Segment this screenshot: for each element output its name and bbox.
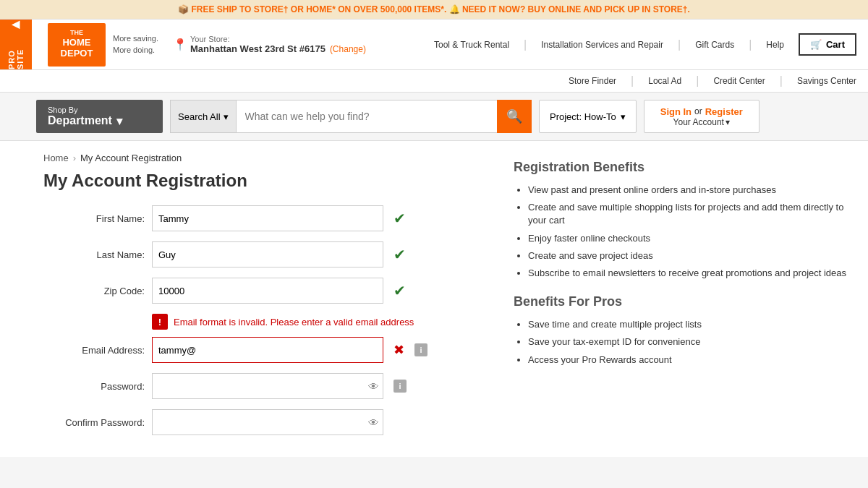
email-error-row: ! Email format is invalid. Please enter … — [43, 314, 492, 330]
confirm-password-input-wrap: 👁 — [152, 409, 383, 435]
search-button[interactable]: 🔍 — [497, 100, 532, 133]
password-label: Password: — [43, 381, 145, 392]
nav-separator: | — [749, 38, 752, 51]
change-store-link[interactable]: (Change) — [330, 44, 366, 54]
savings-center-link[interactable]: Savings Center — [797, 76, 856, 86]
email-input[interactable] — [152, 337, 383, 363]
email-error-text: Email format is invalid. Please enter a … — [174, 317, 414, 328]
breadcrumb-current: My Account Registration — [80, 153, 182, 163]
pro-site-label: PRO SITE — [7, 32, 25, 69]
logo-area: THE HOMEDEPOT More saving. More doing. — [48, 23, 158, 67]
benefits-column: Registration Benefits View past and pres… — [514, 153, 856, 445]
error-icon: ! — [152, 314, 168, 330]
email-info-icon[interactable]: i — [414, 343, 427, 356]
password-input[interactable] — [152, 373, 383, 399]
credit-center-link[interactable]: Credit Center — [713, 76, 765, 86]
nav-separator: | — [678, 38, 681, 51]
promo-banner: 📦 FREE SHIP TO STORE† OR HOME* ON OVER 5… — [0, 0, 868, 20]
list-item: View past and present online orders and … — [528, 184, 856, 197]
nav-separator: | — [696, 74, 699, 87]
list-item: Access your Pro Rewards account — [528, 354, 856, 367]
last-name-row: Last Name: ✔ — [43, 241, 492, 267]
banner-text: 📦 FREE SHIP TO STORE† OR HOME* ON OVER 5… — [178, 4, 690, 14]
cart-button[interactable]: 🛒 Cart — [799, 33, 856, 56]
search-type-button[interactable]: Search All ▾ — [170, 100, 236, 133]
sign-in-link: Sign In — [660, 106, 692, 117]
search-container: Search All ▾ 🔍 — [170, 100, 532, 133]
store-finder-link[interactable]: Store Finder — [569, 76, 616, 86]
tagline-line2: More doing. — [113, 45, 158, 56]
email-row: Email Address: ✖ i — [43, 337, 492, 363]
store-name: Manhattan West 23rd St #6175 — [190, 43, 326, 54]
gift-cards-link[interactable]: Gift Cards — [695, 40, 734, 50]
project-howto-button[interactable]: Project: How-To ▾ — [539, 100, 637, 133]
list-item: Create and save multiple shopping lists … — [528, 201, 856, 227]
logo-text-line2: HOMEDEPOT — [61, 37, 93, 59]
registration-benefits-title: Registration Benefits — [514, 160, 856, 175]
page-title: My Account Registration — [43, 171, 492, 191]
zip-code-label: Zip Code: — [43, 286, 145, 296]
password-toggle-button[interactable]: 👁 — [368, 380, 379, 393]
sign-in-top: Sign In or Register — [660, 106, 743, 117]
breadcrumb: Home › My Account Registration — [43, 153, 492, 163]
nav-separator: | — [524, 38, 527, 51]
help-link[interactable]: Help — [766, 40, 784, 50]
top-right-nav: Tool & Truck Rental | Installation Servi… — [434, 33, 856, 56]
search-icon: 🔍 — [506, 108, 522, 124]
list-item: Save time and create multiple project li… — [528, 318, 856, 331]
breadcrumb-separator: › — [73, 153, 76, 163]
registration-benefits-list: View past and present online orders and … — [514, 184, 856, 280]
top-nav-bar: PRO SITE ▶ THE HOMEDEPOT More saving. Mo… — [0, 20, 868, 70]
chevron-down-icon: ▾ — [116, 114, 122, 128]
secondary-nav-bar: Store Finder | Local Ad | Credit Center … — [0, 70, 868, 93]
chevron-down-icon: ▾ — [224, 111, 229, 122]
or-text: or — [694, 106, 702, 116]
local-ad-link[interactable]: Local Ad — [648, 76, 681, 86]
store-label: Your Store: — [190, 35, 366, 43]
password-input-wrap: 👁 — [152, 373, 383, 399]
main-content: Home › My Account Registration My Accoun… — [0, 141, 868, 457]
tagline-line1: More saving. — [113, 33, 158, 44]
password-info-icon[interactable]: i — [393, 380, 407, 393]
search-input[interactable] — [236, 100, 497, 133]
list-item: Create and save project ideas — [528, 249, 856, 262]
cart-icon: 🛒 — [810, 39, 822, 50]
breadcrumb-home-link[interactable]: Home — [43, 153, 69, 163]
first-name-input[interactable] — [152, 205, 383, 231]
list-item: Enjoy faster online checkouts — [528, 232, 856, 245]
last-name-label: Last Name: — [43, 249, 145, 260]
first-name-row: First Name: ✔ — [43, 205, 492, 231]
confirm-password-input[interactable] — [152, 409, 383, 435]
benefits-for-pros-title: Benefits For Pros — [514, 294, 856, 309]
installation-services-link[interactable]: Installation Services and Repair — [541, 40, 663, 50]
chevron-down-icon: ▾ — [621, 111, 626, 122]
project-howto-label: Project: How-To — [550, 111, 616, 122]
shop-by-department-button[interactable]: Shop By Department ▾ — [36, 100, 163, 133]
nav-separator: | — [631, 74, 634, 87]
sign-in-register-button[interactable]: Sign In or Register Your Account ▾ — [644, 100, 760, 133]
zip-code-input[interactable] — [152, 278, 383, 304]
tool-truck-rental-link[interactable]: Tool & Truck Rental — [434, 40, 509, 50]
confirm-password-toggle-button[interactable]: 👁 — [368, 416, 379, 429]
email-invalid-icon: ✖ — [393, 342, 404, 358]
department-label: Department ▾ — [48, 114, 122, 128]
first-name-label: First Name: — [43, 213, 145, 224]
home-depot-logo[interactable]: THE HOMEDEPOT — [48, 23, 106, 67]
first-name-valid-icon: ✔ — [393, 210, 406, 227]
list-item: Save your tax-exempt ID for convenience — [528, 335, 856, 348]
tagline: More saving. More doing. — [113, 33, 158, 56]
cart-label: Cart — [826, 39, 845, 50]
benefits-for-pros-list: Save time and create multiple project li… — [514, 318, 856, 367]
email-label: Email Address: — [43, 345, 145, 356]
register-link: Register — [705, 106, 743, 117]
zip-code-row: Zip Code: ✔ — [43, 278, 492, 304]
chevron-down-icon: ▾ — [726, 117, 730, 127]
last-name-valid-icon: ✔ — [393, 246, 406, 263]
pro-site-tab[interactable]: PRO SITE ▶ — [0, 20, 32, 69]
password-row: Password: 👁 i — [43, 373, 492, 399]
nav-separator: | — [780, 74, 783, 87]
location-pin-icon: 📍 — [173, 38, 187, 51]
confirm-password-label: Confirm Password: — [43, 417, 145, 428]
last-name-input[interactable] — [152, 241, 383, 267]
search-area: Shop By Department ▾ Search All ▾ 🔍 Proj… — [0, 93, 868, 141]
